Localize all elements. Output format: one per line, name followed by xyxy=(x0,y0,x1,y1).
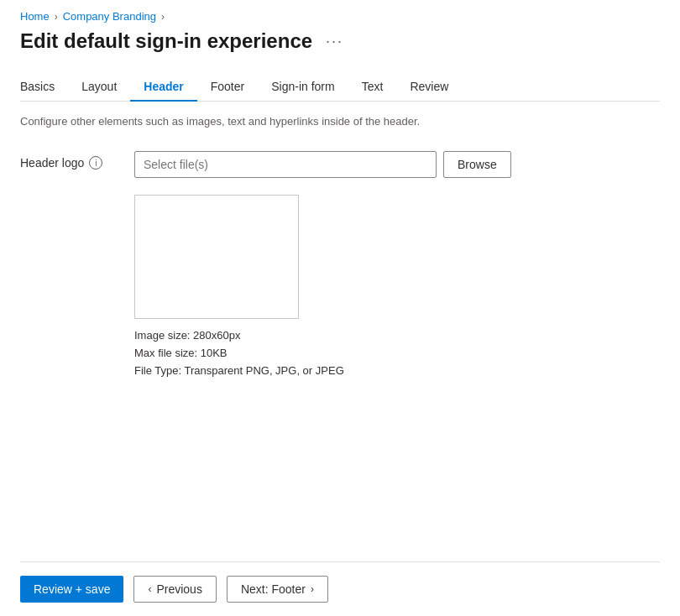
image-size-text: Image size: 280x60px xyxy=(134,327,660,345)
review-save-button[interactable]: Review + save xyxy=(20,576,123,603)
field-input-row: Browse xyxy=(134,151,660,178)
file-type-text: File Type: Transparent PNG, JPG, or JPEG xyxy=(134,363,660,380)
field-label-header-logo: Header logo i xyxy=(20,151,121,170)
breadcrumb-home[interactable]: Home xyxy=(20,10,50,23)
image-preview-area: Image size: 280x60px Max file size: 10KB… xyxy=(134,195,660,379)
page-title: Edit default sign-in experience xyxy=(20,29,312,53)
max-file-size-text: Max file size: 10KB xyxy=(134,345,660,363)
page-wrapper: Home › Company Branding › Edit default s… xyxy=(0,0,680,616)
header-logo-label: Header logo xyxy=(20,156,84,170)
tabs-nav: Basics Layout Header Footer Sign-in form… xyxy=(20,73,660,102)
next-arrow: › xyxy=(311,583,314,595)
tab-basics[interactable]: Basics xyxy=(20,73,68,102)
tab-review[interactable]: Review xyxy=(396,73,462,102)
header-logo-field: Header logo i Browse xyxy=(20,151,660,178)
file-input[interactable] xyxy=(134,151,437,178)
prev-arrow: ‹ xyxy=(148,583,151,595)
tab-layout[interactable]: Layout xyxy=(68,73,130,102)
tab-header[interactable]: Header xyxy=(130,73,196,102)
previous-label: Previous xyxy=(156,582,201,596)
tab-footer[interactable]: Footer xyxy=(197,73,258,102)
content-area: Configure other elements such as images,… xyxy=(20,102,660,561)
ellipsis-button[interactable]: ··· xyxy=(321,31,348,52)
next-label: Next: Footer xyxy=(241,582,306,596)
image-placeholder xyxy=(134,195,299,319)
previous-button[interactable]: ‹ Previous xyxy=(133,576,216,603)
breadcrumb: Home › Company Branding › xyxy=(20,10,660,23)
info-icon[interactable]: i xyxy=(89,156,102,170)
browse-button[interactable]: Browse xyxy=(443,151,511,178)
section-description: Configure other elements such as images,… xyxy=(20,115,660,128)
breadcrumb-company-branding[interactable]: Company Branding xyxy=(63,10,156,23)
tab-signin-form[interactable]: Sign-in form xyxy=(258,73,348,102)
page-title-row: Edit default sign-in experience ··· xyxy=(20,29,660,53)
breadcrumb-sep2: › xyxy=(161,11,165,23)
next-button[interactable]: Next: Footer › xyxy=(227,576,328,603)
breadcrumb-sep1: › xyxy=(55,11,58,23)
tab-text[interactable]: Text xyxy=(348,73,397,102)
footer-bar: Review + save ‹ Previous Next: Footer › xyxy=(20,561,660,616)
image-info: Image size: 280x60px Max file size: 10KB… xyxy=(134,327,660,379)
